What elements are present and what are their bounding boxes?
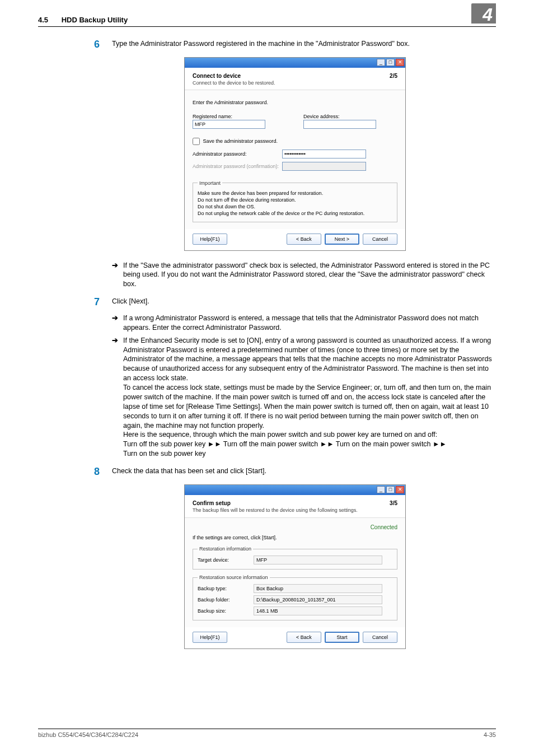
back-button[interactable]: < Back xyxy=(287,632,321,643)
admin-password-confirm-input xyxy=(282,162,366,171)
seq-part: Turn off the sub power key xyxy=(123,440,205,448)
step-8: 8 Check the data that has been set and c… xyxy=(94,466,496,478)
help-button[interactable]: Help(F1) xyxy=(193,234,227,245)
arrow-icon: ➔ xyxy=(112,336,123,459)
step-number: 8 xyxy=(94,466,112,478)
seq-part: Turn off the main power switch xyxy=(223,440,318,448)
minimize-icon[interactable]: _ xyxy=(377,486,385,493)
page-footer: bizhub C554/C454/C364/C284/C224 4-35 xyxy=(38,729,496,738)
section-heading: 4.5 HDD Backup Utility xyxy=(38,16,128,24)
step-7-note-2: ➔ If the Enhanced Security mode is set t… xyxy=(112,336,496,459)
important-box: Important Make sure the device has been … xyxy=(193,180,397,222)
target-device-label: Target device: xyxy=(198,557,254,563)
restoration-source-box: Restoration source information Backup ty… xyxy=(193,574,397,620)
important-line: Do not turn off the device during restor… xyxy=(198,197,392,203)
help-button[interactable]: Help(F1) xyxy=(193,632,227,643)
step-text: Check the data that has been set and cli… xyxy=(112,466,496,478)
page-header: 4.5 HDD Backup Utility xyxy=(38,16,496,27)
important-legend: Important xyxy=(198,180,222,186)
step-text: Type the Administrator Password register… xyxy=(112,39,496,50)
restoration-info-box: Restoration information Target device: M… xyxy=(193,545,397,570)
dialog-connect-to-device: _ □ ✕ Connect to device Connect to the d… xyxy=(184,57,406,251)
instruction-text: If the settings are correct, click [Star… xyxy=(193,534,397,541)
close-icon[interactable]: ✕ xyxy=(396,59,404,66)
seq-arrow-icon: ►► xyxy=(433,440,447,448)
admin-password-input[interactable] xyxy=(282,150,366,158)
step-text: Click [Next]. xyxy=(112,297,496,308)
arrow-icon: ➔ xyxy=(112,314,123,333)
backup-size-value: 148.1 MB xyxy=(254,606,382,615)
note-para: Here is the sequence, through which the … xyxy=(123,431,437,438)
admin-password-confirm-label: Administrator password (confirmation): xyxy=(193,163,282,170)
important-line: Do not shut down the OS. xyxy=(198,203,392,210)
close-icon[interactable]: ✕ xyxy=(396,486,404,493)
note-para: If the Enhanced Security mode is set to … xyxy=(123,337,492,382)
save-password-checkbox[interactable] xyxy=(193,138,200,145)
dialog-page-indicator: 3/5 xyxy=(390,500,397,514)
device-address-label: Device address: xyxy=(303,113,397,120)
backup-folder-value: D:\Backup_20080120_101357_001 xyxy=(254,595,382,604)
section-number: 4.5 xyxy=(38,16,48,24)
backup-folder-label: Backup folder: xyxy=(198,596,254,603)
step-7-note-1: ➔ If a wrong Administrator Password is e… xyxy=(112,314,496,333)
dialog-page-indicator: 2/5 xyxy=(390,72,397,87)
note-para: To cancel the access lock state, setting… xyxy=(123,384,491,430)
dialog-title: Confirm setup xyxy=(193,500,358,507)
note-text: If the Enhanced Security mode is set to … xyxy=(123,336,496,459)
save-password-label: Save the administrator password. xyxy=(203,138,278,144)
step-6-note: ➔ If the "Save the administrator passwor… xyxy=(112,261,496,290)
dialog-titlebar: _ □ ✕ xyxy=(185,58,405,68)
next-button[interactable]: Next > xyxy=(325,234,359,245)
start-button[interactable]: Start xyxy=(325,632,359,643)
device-address-input[interactable] xyxy=(303,120,376,129)
important-line: Make sure the device has been prepared f… xyxy=(198,190,392,197)
step-7: 7 Click [Next]. xyxy=(94,297,496,308)
step-6: 6 Type the Administrator Password regist… xyxy=(94,39,496,50)
target-device-value: MFP xyxy=(254,556,382,564)
step-number: 7 xyxy=(94,297,112,308)
backup-size-label: Backup size: xyxy=(198,608,254,614)
dialog-subtitle: The backup files will be restored to the… xyxy=(193,507,358,514)
maximize-icon[interactable]: □ xyxy=(386,486,395,493)
maximize-icon[interactable]: □ xyxy=(386,59,395,66)
footer-model: bizhub C554/C454/C364/C284/C224 xyxy=(38,731,138,738)
cancel-button[interactable]: Cancel xyxy=(363,632,397,643)
admin-password-label: Administrator password: xyxy=(193,151,282,157)
restoration-info-legend: Restoration information xyxy=(198,545,253,552)
note-text: If the "Save the administrator password"… xyxy=(123,261,496,290)
step-number: 6 xyxy=(94,39,112,50)
restoration-source-legend: Restoration source information xyxy=(198,574,270,581)
registered-name-label: Registered name: xyxy=(193,113,287,120)
registered-name-input[interactable] xyxy=(193,120,265,129)
chapter-badge: 4 xyxy=(471,3,496,24)
seq-arrow-icon: ►► xyxy=(208,440,222,448)
backup-type-value: Box Backup xyxy=(254,584,382,593)
note-text: If a wrong Administrator Password is ent… xyxy=(123,314,496,333)
cancel-button[interactable]: Cancel xyxy=(363,234,397,245)
important-line: Do not unplug the network cable of the d… xyxy=(198,210,392,217)
connection-status: Connected xyxy=(193,524,397,531)
seq-part: Turn on the main power switch xyxy=(336,440,431,448)
backup-type-label: Backup type: xyxy=(198,585,254,592)
dialog-titlebar: _ □ ✕ xyxy=(185,485,405,495)
minimize-icon[interactable]: _ xyxy=(377,59,385,66)
seq-part: Turn on the sub power key xyxy=(123,450,206,458)
footer-page-number: 4-35 xyxy=(484,731,496,738)
section-title: HDD Backup Utility xyxy=(62,16,128,24)
back-button[interactable]: < Back xyxy=(287,234,321,245)
instruction-text: Enter the Administrator password. xyxy=(193,99,397,106)
dialog-title: Connect to device xyxy=(193,72,275,80)
arrow-icon: ➔ xyxy=(112,261,123,290)
dialog-confirm-setup: _ □ ✕ Confirm setup The backup files wil… xyxy=(184,484,406,650)
seq-arrow-icon: ►► xyxy=(320,440,334,448)
dialog-subtitle: Connect to the device to be restored. xyxy=(193,80,275,86)
